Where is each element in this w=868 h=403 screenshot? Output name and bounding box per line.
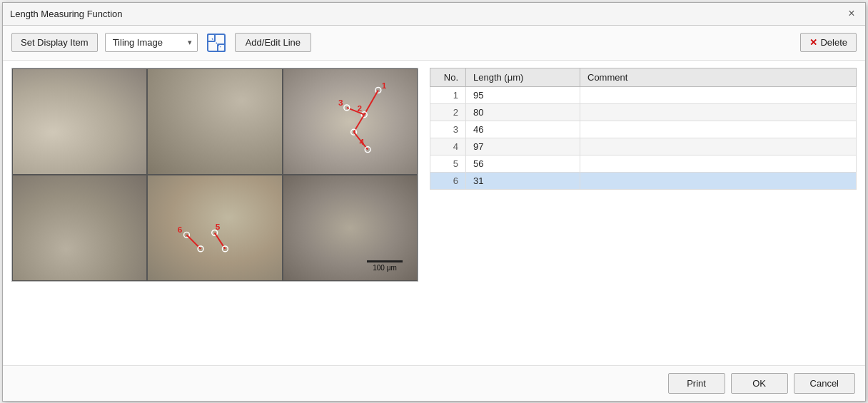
svg-line-5 [364,90,378,114]
tile-3: 1 2 3 4 [283,68,418,175]
cell-comment [580,121,857,138]
table-body: 1 95 2 80 3 46 4 97 5 56 6 31 [430,86,857,189]
print-button[interactable]: Print [668,373,725,394]
svg-text:1: 1 [381,81,386,90]
cell-comment [580,138,857,155]
cell-no: 4 [430,138,466,155]
svg-text:2: 2 [357,103,362,112]
cell-comment [580,172,857,189]
table-header: No. Length (μm) Comment [430,68,857,86]
close-button[interactable]: × [845,7,858,20]
dialog-title: Length Measuring Function [10,9,123,19]
delete-button[interactable]: ✕ Delete [800,33,857,52]
svg-rect-1 [208,34,215,41]
scale-bar: 100 μm [367,260,403,272]
svg-line-3 [212,39,221,47]
cell-length: 46 [466,121,580,138]
table-row[interactable]: 1 95 [430,86,857,103]
cell-length: 80 [466,103,580,121]
data-panel: No. Length (μm) Comment 1 95 2 80 3 46 4… [430,68,857,358]
cell-length: 31 [466,172,580,189]
col-header-comment: Comment [580,68,857,86]
svg-point-23 [223,245,228,251]
tile-grid: 1 2 3 4 [12,68,418,281]
image-panel: 1 2 3 4 [11,68,418,282]
cell-no: 1 [430,86,466,103]
title-bar: Length Measuring Function × [3,3,865,26]
toolbar: Set Display Item Tiling ImageSingle Imag… [3,26,865,61]
header-row: No. Length (μm) Comment [430,68,857,86]
cell-no: 5 [430,155,466,172]
cell-no: 2 [430,103,466,121]
tile-6: 100 μm [283,175,418,281]
table-row[interactable]: 5 56 [430,155,857,172]
measurements-table: No. Length (μm) Comment 1 95 2 80 3 46 4… [430,68,857,190]
dialog: Length Measuring Function × Set Display … [2,2,866,402]
main-area: 1 2 3 4 [3,61,865,365]
measure-icon [205,31,228,54]
footer: Print OK Cancel [3,365,865,401]
ok-button[interactable]: OK [731,373,788,394]
table-row[interactable]: 6 31 [430,172,857,189]
svg-text:6: 6 [178,225,183,234]
set-display-button[interactable]: Set Display Item [11,33,98,52]
svg-point-19 [198,245,203,251]
svg-point-12 [344,104,350,110]
tile-bg-2 [148,69,281,174]
tile-1 [12,68,147,175]
svg-text:5: 5 [216,222,221,231]
scale-bar-label: 100 μm [373,264,397,272]
tile-2 [147,68,282,175]
cancel-button[interactable]: Cancel [794,373,855,394]
table-row[interactable]: 4 97 [430,138,857,155]
cell-length: 56 [466,155,580,172]
svg-point-4 [375,87,381,93]
delete-x-icon: ✕ [809,37,817,48]
cell-length: 97 [466,138,580,155]
table-row[interactable]: 2 80 [430,103,857,121]
cell-no: 6 [430,172,466,189]
delete-label: Delete [820,37,847,48]
col-header-length: Length (μm) [466,68,580,86]
cell-length: 95 [466,86,580,103]
cell-no: 3 [430,121,466,138]
scale-bar-line [367,260,403,262]
svg-text:3: 3 [338,97,343,106]
table-row[interactable]: 3 46 [430,121,857,138]
measure-svg-top: 1 2 3 4 [283,69,417,174]
cell-comment [580,86,857,103]
cell-comment [580,103,857,121]
tile-4 [12,175,147,281]
tile-bg-4 [13,175,146,280]
cell-comment [580,155,857,172]
col-header-no: No. [430,68,466,86]
tiling-dropdown[interactable]: Tiling ImageSingle Image [105,33,198,52]
measure-svg-bottom: 6 5 [148,175,281,280]
tile-5: 6 5 [147,175,282,281]
tile-bg-1 [13,69,146,174]
tiling-dropdown-wrapper: Tiling ImageSingle Image ▾ [105,33,198,52]
svg-text:4: 4 [359,136,364,146]
add-edit-line-button[interactable]: Add/Edit Line [235,33,311,52]
